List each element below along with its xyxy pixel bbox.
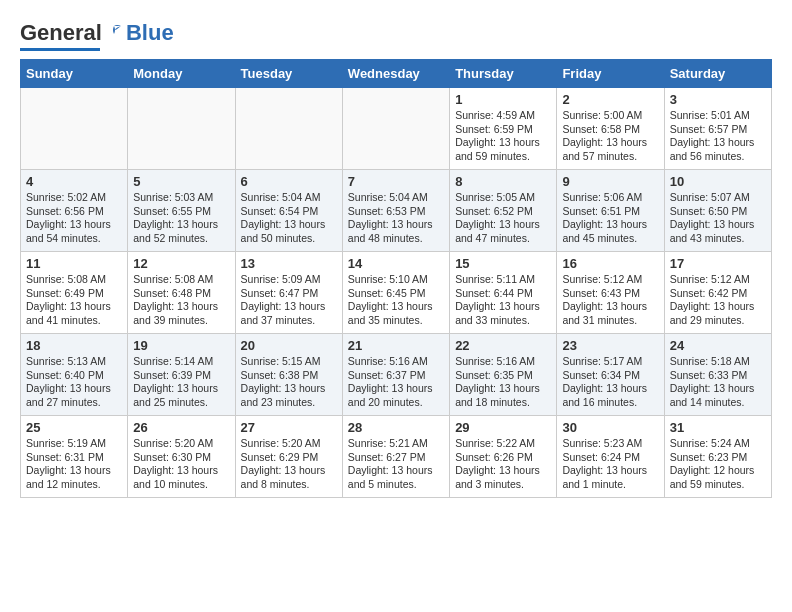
day-info: and 8 minutes. <box>241 478 337 492</box>
day-cell: 24Sunrise: 5:18 AMSunset: 6:33 PMDayligh… <box>664 334 771 416</box>
day-info: Sunrise: 5:16 AM <box>455 355 551 369</box>
day-number: 3 <box>670 92 766 107</box>
day-cell: 14Sunrise: 5:10 AMSunset: 6:45 PMDayligh… <box>342 252 449 334</box>
day-number: 6 <box>241 174 337 189</box>
day-info: Daylight: 13 hours <box>562 300 658 314</box>
day-info: Sunset: 6:27 PM <box>348 451 444 465</box>
day-info: Sunrise: 5:19 AM <box>26 437 122 451</box>
day-info: Daylight: 13 hours <box>455 136 551 150</box>
day-info: and 54 minutes. <box>26 232 122 246</box>
day-info: Sunset: 6:57 PM <box>670 123 766 137</box>
day-cell: 20Sunrise: 5:15 AMSunset: 6:38 PMDayligh… <box>235 334 342 416</box>
day-info: Sunrise: 5:12 AM <box>562 273 658 287</box>
day-info: and 59 minutes. <box>455 150 551 164</box>
day-info: Daylight: 12 hours <box>670 464 766 478</box>
day-info: and 59 minutes. <box>670 478 766 492</box>
day-info: Daylight: 13 hours <box>241 300 337 314</box>
day-info: Daylight: 13 hours <box>241 218 337 232</box>
day-info: and 45 minutes. <box>562 232 658 246</box>
day-cell <box>128 88 235 170</box>
day-info: Sunrise: 5:01 AM <box>670 109 766 123</box>
day-info: Sunrise: 5:14 AM <box>133 355 229 369</box>
day-number: 23 <box>562 338 658 353</box>
day-number: 4 <box>26 174 122 189</box>
day-info: and 43 minutes. <box>670 232 766 246</box>
day-info: and 56 minutes. <box>670 150 766 164</box>
day-cell: 3Sunrise: 5:01 AMSunset: 6:57 PMDaylight… <box>664 88 771 170</box>
day-info: Sunset: 6:59 PM <box>455 123 551 137</box>
day-number: 27 <box>241 420 337 435</box>
day-number: 17 <box>670 256 766 271</box>
column-header-sunday: Sunday <box>21 60 128 88</box>
day-info: Daylight: 13 hours <box>348 464 444 478</box>
day-cell: 11Sunrise: 5:08 AMSunset: 6:49 PMDayligh… <box>21 252 128 334</box>
day-cell: 8Sunrise: 5:05 AMSunset: 6:52 PMDaylight… <box>450 170 557 252</box>
week-row-1: 1Sunrise: 4:59 AMSunset: 6:59 PMDaylight… <box>21 88 772 170</box>
day-info: Daylight: 13 hours <box>562 218 658 232</box>
day-cell: 1Sunrise: 4:59 AMSunset: 6:59 PMDaylight… <box>450 88 557 170</box>
day-info: Sunrise: 5:21 AM <box>348 437 444 451</box>
day-cell: 16Sunrise: 5:12 AMSunset: 6:43 PMDayligh… <box>557 252 664 334</box>
day-number: 7 <box>348 174 444 189</box>
day-info: Sunrise: 5:02 AM <box>26 191 122 205</box>
day-number: 30 <box>562 420 658 435</box>
day-info: Sunset: 6:51 PM <box>562 205 658 219</box>
day-info: Daylight: 13 hours <box>133 218 229 232</box>
day-info: Sunrise: 5:11 AM <box>455 273 551 287</box>
day-info: Sunset: 6:23 PM <box>670 451 766 465</box>
day-number: 21 <box>348 338 444 353</box>
week-row-5: 25Sunrise: 5:19 AMSunset: 6:31 PMDayligh… <box>21 416 772 498</box>
day-info: Sunset: 6:29 PM <box>241 451 337 465</box>
day-info: Daylight: 13 hours <box>348 382 444 396</box>
day-info: Sunset: 6:55 PM <box>133 205 229 219</box>
day-info: and 18 minutes. <box>455 396 551 410</box>
day-number: 5 <box>133 174 229 189</box>
day-info: and 23 minutes. <box>241 396 337 410</box>
day-info: Sunrise: 5:06 AM <box>562 191 658 205</box>
day-number: 16 <box>562 256 658 271</box>
logo-general-text: General <box>20 20 102 46</box>
day-number: 13 <box>241 256 337 271</box>
day-info: and 57 minutes. <box>562 150 658 164</box>
day-info: Sunset: 6:42 PM <box>670 287 766 301</box>
day-cell <box>235 88 342 170</box>
day-number: 25 <box>26 420 122 435</box>
day-number: 19 <box>133 338 229 353</box>
day-info: Daylight: 13 hours <box>133 300 229 314</box>
day-info: and 3 minutes. <box>455 478 551 492</box>
day-info: Sunset: 6:35 PM <box>455 369 551 383</box>
day-cell: 4Sunrise: 5:02 AMSunset: 6:56 PMDaylight… <box>21 170 128 252</box>
day-number: 28 <box>348 420 444 435</box>
day-info: Sunset: 6:37 PM <box>348 369 444 383</box>
day-cell: 17Sunrise: 5:12 AMSunset: 6:42 PMDayligh… <box>664 252 771 334</box>
day-cell: 7Sunrise: 5:04 AMSunset: 6:53 PMDaylight… <box>342 170 449 252</box>
page-header: General Blue <box>20 20 772 51</box>
day-info: Sunset: 6:56 PM <box>26 205 122 219</box>
day-cell: 10Sunrise: 5:07 AMSunset: 6:50 PMDayligh… <box>664 170 771 252</box>
day-number: 26 <box>133 420 229 435</box>
day-info: Sunset: 6:39 PM <box>133 369 229 383</box>
day-info: Sunrise: 5:15 AM <box>241 355 337 369</box>
day-info: Daylight: 13 hours <box>455 218 551 232</box>
day-info: Sunset: 6:45 PM <box>348 287 444 301</box>
logo: General Blue <box>20 20 174 51</box>
day-cell: 22Sunrise: 5:16 AMSunset: 6:35 PMDayligh… <box>450 334 557 416</box>
day-info: Sunset: 6:34 PM <box>562 369 658 383</box>
day-cell: 5Sunrise: 5:03 AMSunset: 6:55 PMDaylight… <box>128 170 235 252</box>
day-info: Sunset: 6:58 PM <box>562 123 658 137</box>
day-info: Sunset: 6:26 PM <box>455 451 551 465</box>
day-cell: 30Sunrise: 5:23 AMSunset: 6:24 PMDayligh… <box>557 416 664 498</box>
week-row-4: 18Sunrise: 5:13 AMSunset: 6:40 PMDayligh… <box>21 334 772 416</box>
day-info: Sunrise: 5:04 AM <box>241 191 337 205</box>
column-header-thursday: Thursday <box>450 60 557 88</box>
day-cell: 26Sunrise: 5:20 AMSunset: 6:30 PMDayligh… <box>128 416 235 498</box>
day-info: Sunset: 6:54 PM <box>241 205 337 219</box>
day-info: Daylight: 13 hours <box>241 382 337 396</box>
day-number: 31 <box>670 420 766 435</box>
day-number: 11 <box>26 256 122 271</box>
day-cell: 31Sunrise: 5:24 AMSunset: 6:23 PMDayligh… <box>664 416 771 498</box>
day-info: Sunset: 6:47 PM <box>241 287 337 301</box>
day-info: Sunset: 6:48 PM <box>133 287 229 301</box>
day-info: and 35 minutes. <box>348 314 444 328</box>
week-row-2: 4Sunrise: 5:02 AMSunset: 6:56 PMDaylight… <box>21 170 772 252</box>
